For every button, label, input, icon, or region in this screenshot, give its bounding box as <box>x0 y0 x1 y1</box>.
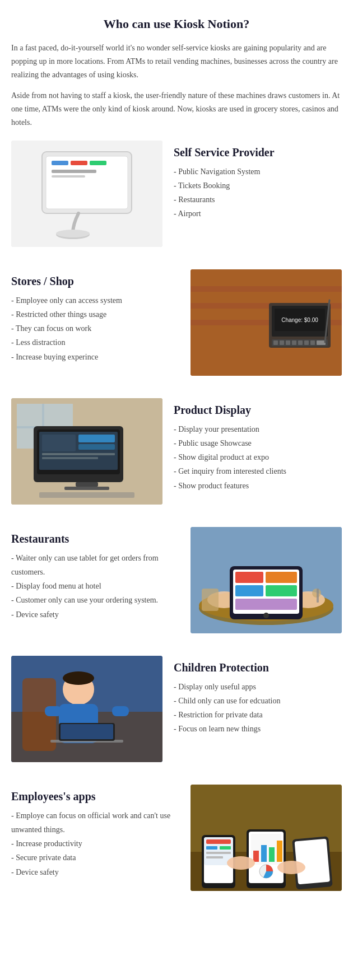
section-image-product <box>11 398 162 505</box>
list-item: Focus on learn new things <box>174 722 342 736</box>
list-item: Public usage Showcase <box>174 436 342 450</box>
list-item: Tickets Booking <box>174 179 342 193</box>
section-list-restaurants: Waiter only can use tablet for get order… <box>11 551 179 622</box>
page-title: Who can use Kiosk Notion? <box>11 17 342 31</box>
employees-svg <box>191 785 342 891</box>
list-item: Display only useful apps <box>174 680 342 694</box>
list-item: Employe can focus on official work and c… <box>11 809 179 837</box>
section-content-self-service: Self Service Provider Public Navigation … <box>174 141 342 221</box>
section-children-protection: Children Protection Display only useful … <box>11 656 342 762</box>
store-svg: Change: $0.00 <box>191 269 342 376</box>
svg-rect-37 <box>42 435 76 451</box>
svg-rect-42 <box>76 482 98 487</box>
section-image-children <box>11 656 162 762</box>
svg-rect-44 <box>39 492 134 498</box>
section-list-product: Display your presentation Public usage S… <box>174 422 342 493</box>
svg-rect-55 <box>266 585 297 596</box>
svg-rect-7 <box>52 175 85 178</box>
section-product-display: Product Display Display your presentatio… <box>11 398 342 505</box>
svg-rect-58 <box>202 589 219 611</box>
list-item: Increase buying experince <box>11 350 179 364</box>
svg-rect-41 <box>42 457 98 459</box>
list-item: Restricted other things usage <box>11 307 179 321</box>
svg-rect-43 <box>64 487 109 490</box>
svg-point-94 <box>277 861 305 874</box>
children-svg <box>11 656 162 762</box>
svg-point-57 <box>263 613 269 618</box>
section-image-self-service <box>11 141 162 247</box>
section-image-employees <box>191 785 342 891</box>
list-item: Show digital product at expo <box>174 450 342 464</box>
list-item: Restaurants <box>174 193 342 207</box>
section-restaurants: Restaurants Waiter only can use tablet f… <box>11 527 342 633</box>
list-item: Device safety <box>11 865 179 879</box>
svg-rect-6 <box>52 170 96 173</box>
svg-rect-4 <box>71 161 87 165</box>
list-item: Secure private data <box>11 851 179 865</box>
list-item: Increase productivity <box>11 837 179 851</box>
svg-rect-20 <box>273 340 278 345</box>
svg-rect-52 <box>235 572 263 583</box>
section-list-children: Display only useful apps Child only can … <box>174 680 342 736</box>
section-title-restaurants: Restaurants <box>11 533 179 545</box>
list-item: Airport <box>174 207 342 221</box>
list-item: Get inquiry from interested clients <box>174 464 342 478</box>
section-title-stores: Stores / Shop <box>11 275 179 288</box>
svg-point-72 <box>63 671 94 685</box>
svg-rect-79 <box>206 846 217 850</box>
svg-rect-5 <box>90 161 106 165</box>
list-item: Restriction for private data <box>174 708 342 722</box>
section-list-stores: Employee only can access system Restrict… <box>11 293 179 364</box>
svg-rect-60 <box>317 589 319 603</box>
svg-rect-25 <box>304 340 309 345</box>
section-content-employees: Employees's apps Employe can focus on of… <box>11 785 179 879</box>
svg-rect-38 <box>78 435 115 442</box>
section-stores-shop: Change: $0.00 Stores / Shop Employee onl… <box>11 269 342 376</box>
product-svg <box>11 398 162 505</box>
section-self-service: Self Service Provider Public Navigation … <box>11 141 342 247</box>
svg-rect-56 <box>235 599 297 610</box>
section-content-stores: Stores / Shop Employee only can access s… <box>11 269 179 364</box>
page-wrapper: Who can use Kiosk Notion? In a fast pace… <box>0 0 353 936</box>
svg-rect-71 <box>61 724 113 739</box>
svg-rect-53 <box>266 572 297 583</box>
svg-rect-12 <box>191 286 342 292</box>
svg-rect-89 <box>277 841 282 862</box>
svg-rect-81 <box>206 852 231 854</box>
svg-rect-23 <box>292 340 296 345</box>
list-item: Display food menu at hotel <box>11 579 179 593</box>
section-content-children: Children Protection Display only useful … <box>174 656 342 736</box>
list-item: Public Navigation System <box>174 165 342 179</box>
intro-paragraph-2: Aside from not having to staff a kiosk, … <box>11 89 342 129</box>
svg-point-93 <box>227 856 255 870</box>
section-list-employees: Employe can focus on official work and c… <box>11 809 179 879</box>
section-content-restaurants: Restaurants Waiter only can use tablet f… <box>11 527 179 622</box>
svg-rect-21 <box>280 340 284 345</box>
svg-rect-80 <box>220 846 231 850</box>
svg-rect-78 <box>206 839 231 844</box>
svg-rect-22 <box>286 340 290 345</box>
svg-rect-40 <box>42 453 115 455</box>
svg-rect-39 <box>78 444 115 450</box>
list-item: Display your presentation <box>174 422 342 436</box>
kiosk-svg <box>11 141 162 247</box>
list-item: Less distraction <box>11 335 179 349</box>
svg-rect-82 <box>206 856 223 858</box>
list-item: Customer only can use your ordering syst… <box>11 593 179 607</box>
list-item: Device safety <box>11 608 179 622</box>
svg-rect-86 <box>253 851 259 862</box>
svg-rect-88 <box>269 847 275 862</box>
list-item: Waiter only can use tablet for get order… <box>11 551 179 579</box>
list-item: Child only can use for edcuation <box>174 694 342 708</box>
section-title-children: Children Protection <box>174 661 342 674</box>
svg-rect-54 <box>235 585 263 596</box>
svg-rect-67 <box>112 706 129 716</box>
section-image-stores: Change: $0.00 <box>191 269 342 376</box>
section-content-product: Product Display Display your presentatio… <box>174 398 342 493</box>
svg-rect-27 <box>317 340 326 345</box>
section-title-self-service: Self Service Provider <box>174 146 342 159</box>
svg-text:Change: $0.00: Change: $0.00 <box>281 317 318 323</box>
section-image-restaurants <box>191 527 342 633</box>
svg-rect-66 <box>45 706 62 716</box>
section-title-employees: Employees's apps <box>11 790 179 803</box>
